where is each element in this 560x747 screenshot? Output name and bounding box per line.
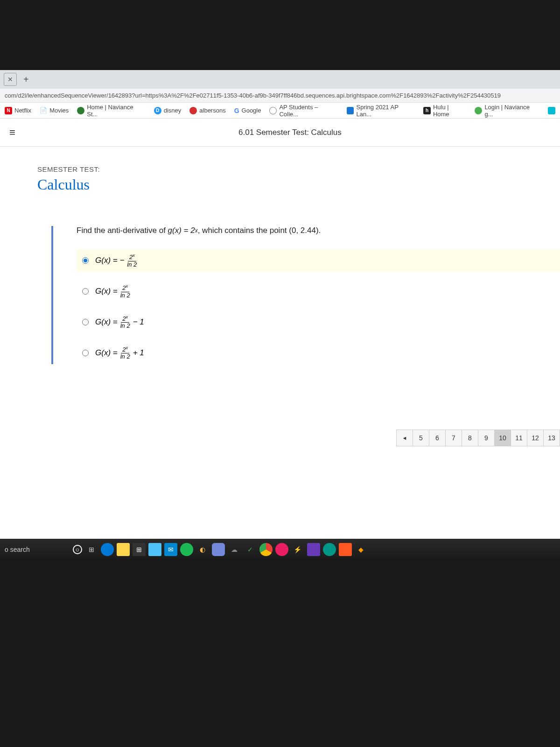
page-7-button[interactable]: 7 xyxy=(445,430,462,446)
test-label: SEMESTER TEST: xyxy=(37,165,560,173)
question-text: Find the anti-derivative of g(x) = 2x, w… xyxy=(77,226,560,235)
edge-icon[interactable] xyxy=(101,543,114,556)
option-d-formula: G(x) = 2xln 2 + 1 xyxy=(95,345,144,360)
cloud-icon xyxy=(548,107,555,114)
page-prev-button[interactable]: ◄ xyxy=(396,430,413,446)
radio-d[interactable] xyxy=(82,350,89,356)
spotify-icon[interactable] xyxy=(180,543,193,556)
app-icon-9[interactable] xyxy=(339,543,352,556)
albersons-icon xyxy=(189,107,197,114)
bookmark-label: Home | Naviance St... xyxy=(87,104,145,118)
page-6-button[interactable]: 6 xyxy=(429,430,446,446)
app-icon-10[interactable]: ◆ xyxy=(355,543,368,556)
hamburger-menu-button[interactable]: ≡ xyxy=(9,127,15,139)
option-c-formula: G(x) = 2xln 2 − 1 xyxy=(95,315,144,330)
option-b[interactable]: G(x) = 2xln 2 xyxy=(77,280,560,303)
bookmarks-bar: NNetflix 📄Movies Home | Naviance St... D… xyxy=(0,103,560,119)
page-title: 6.01 Semester Test: Calculus xyxy=(29,128,551,137)
google-icon: G xyxy=(234,107,239,114)
option-a[interactable]: G(x) = −2xln 2 xyxy=(77,249,560,272)
page-12-button[interactable]: 12 xyxy=(527,430,544,446)
tab-close-button[interactable]: ✕ xyxy=(4,73,17,86)
task-view-icon[interactable]: ⊞ xyxy=(85,543,98,556)
naviance-icon xyxy=(77,107,84,114)
page-9-button[interactable]: 9 xyxy=(478,430,495,446)
chrome-icon[interactable] xyxy=(259,543,273,556)
new-tab-button[interactable]: + xyxy=(23,74,29,85)
bookmark-label: disney xyxy=(164,107,182,114)
app-icon-8[interactable] xyxy=(323,543,336,556)
bookmark-label: Login | Naviance g... xyxy=(484,104,539,118)
bookmark-label: Hulu | Home xyxy=(433,104,467,118)
bookmark-label: albersons xyxy=(199,107,225,114)
test-name: Calculus xyxy=(37,176,560,193)
radio-b[interactable] xyxy=(82,288,89,295)
discord-icon[interactable] xyxy=(212,543,225,556)
bookmark-label: Movies xyxy=(49,107,69,114)
option-a-formula: G(x) = −2xln 2 xyxy=(95,253,140,268)
browser-tabs-bar: ✕ + xyxy=(0,70,560,89)
page-10-button[interactable]: 10 xyxy=(494,430,511,446)
question-prefix: Find the anti-derivative of xyxy=(77,226,168,235)
bookmark-ap[interactable]: AP Students – Colle... xyxy=(269,104,338,118)
app-icon-5[interactable] xyxy=(275,543,288,556)
spring-icon xyxy=(347,107,354,114)
option-d[interactable]: G(x) = 2xln 2 + 1 xyxy=(77,342,560,364)
hulu-icon: h xyxy=(423,107,431,114)
page-5-button[interactable]: 5 xyxy=(413,430,429,446)
option-c[interactable]: G(x) = 2xln 2 − 1 xyxy=(77,311,560,333)
address-bar[interactable]: com/d2l/le/enhancedSequenceViewer/164289… xyxy=(0,89,560,103)
option-b-formula: G(x) = 2xln 2 xyxy=(95,284,133,299)
explorer-icon[interactable] xyxy=(117,543,130,556)
taskbar-search[interactable]: o search xyxy=(5,546,30,553)
bookmark-label: Google xyxy=(242,107,261,114)
disney-icon: D xyxy=(154,107,161,114)
bookmark-movies[interactable]: 📄Movies xyxy=(40,107,69,114)
bookmark-spring[interactable]: Spring 2021 AP Lan... xyxy=(347,104,415,118)
question-panel: Find the anti-derivative of g(x) = 2x, w… xyxy=(51,226,560,364)
netflix-icon: N xyxy=(5,107,12,114)
bookmark-naviance2[interactable]: Login | Naviance g... xyxy=(475,104,539,118)
question-suffix: , which contains the point (0, 2.44). xyxy=(198,226,321,235)
bookmark-label: AP Students – Colle... xyxy=(279,104,338,118)
radio-c[interactable] xyxy=(82,319,89,325)
movies-icon: 📄 xyxy=(40,107,47,114)
radio-a[interactable] xyxy=(82,257,89,264)
bookmark-netflix[interactable]: NNetflix xyxy=(5,107,31,114)
question-gx: g(x) = 2 xyxy=(168,226,195,235)
pagination: ◄ 5 6 7 8 9 10 11 12 13 xyxy=(397,430,560,446)
naviance2-icon xyxy=(475,107,482,114)
bookmark-albersons[interactable]: albersons xyxy=(189,107,225,114)
page-13-button[interactable]: 13 xyxy=(543,430,560,446)
app-icon-7[interactable] xyxy=(307,543,320,556)
app-icon-2[interactable]: ◐ xyxy=(196,543,209,556)
mail-icon[interactable]: ✉ xyxy=(164,543,177,556)
content-area: SEMESTER TEST: Calculus Find the anti-de… xyxy=(0,147,560,364)
bookmark-hulu[interactable]: hHulu | Home xyxy=(423,104,466,118)
app-header: ≡ 6.01 Semester Test: Calculus xyxy=(0,119,560,147)
bookmark-google[interactable]: GGoogle xyxy=(234,107,261,114)
windows-taskbar: o search ○ ⊞ ⊞ ✉ ◐ ☁ ✓ ⚡ ◆ xyxy=(0,539,560,560)
page-8-button[interactable]: 8 xyxy=(462,430,478,446)
app-icon-6[interactable]: ⚡ xyxy=(291,543,304,556)
bookmark-label: Netflix xyxy=(14,107,31,114)
bookmark-more[interactable] xyxy=(548,107,555,114)
app-icon-4[interactable]: ✓ xyxy=(244,543,257,556)
app-icon-3[interactable]: ☁ xyxy=(228,543,241,556)
store-icon[interactable]: ⊞ xyxy=(133,543,146,556)
bookmark-disney[interactable]: Ddisney xyxy=(154,107,182,114)
ap-icon xyxy=(269,107,277,114)
bookmark-naviance[interactable]: Home | Naviance St... xyxy=(77,104,145,118)
page-11-button[interactable]: 11 xyxy=(511,430,527,446)
cortana-icon[interactable]: ○ xyxy=(73,545,82,554)
app-icon-1[interactable] xyxy=(148,543,161,556)
bookmark-label: Spring 2021 AP Lan... xyxy=(356,104,415,118)
options-list: G(x) = −2xln 2 G(x) = 2xln 2 G(x) = 2xln… xyxy=(77,249,560,364)
